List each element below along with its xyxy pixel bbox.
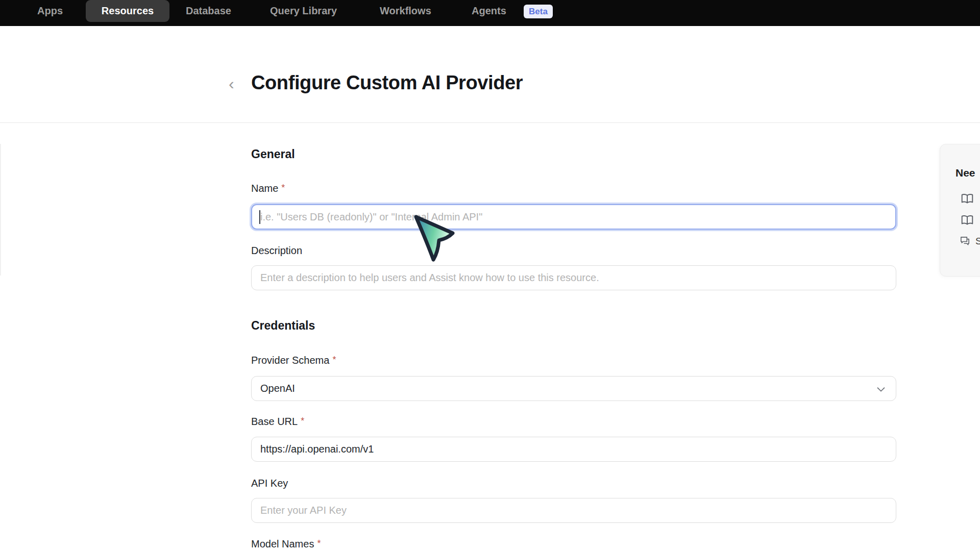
help-panel-heading: Nee [955, 167, 975, 179]
help-panel: Nee S [940, 144, 980, 277]
description-input[interactable] [251, 265, 896, 290]
nav-item-apps[interactable]: Apps [37, 0, 63, 22]
section-title-general: General [251, 147, 295, 161]
base-url-label-text: Base URL [251, 416, 298, 427]
background-panel-edge [0, 144, 1, 276]
top-navigation-bar: Apps Resources Database Query Library Wo… [0, 0, 980, 26]
api-key-input[interactable] [251, 498, 896, 523]
model-names-label: Model Names* [251, 538, 321, 550]
chat-icon [959, 235, 971, 247]
help-link-docs-1[interactable] [961, 192, 978, 206]
header-divider [0, 122, 980, 123]
section-title-credentials: Credentials [251, 319, 315, 333]
api-key-label: API Key [251, 478, 288, 489]
name-required-asterisk: * [281, 183, 285, 193]
nav-item-workflows[interactable]: Workflows [380, 0, 431, 22]
base-url-input[interactable] [251, 437, 896, 462]
provider-schema-select[interactable]: OpenAI [251, 376, 896, 401]
page-title: Configure Custom AI Provider [251, 72, 523, 94]
book-icon [961, 214, 974, 227]
provider-schema-label-text: Provider Schema [251, 355, 329, 366]
nav-item-database[interactable]: Database [186, 0, 231, 22]
description-label: Description [251, 245, 302, 257]
chevron-down-icon [875, 384, 887, 395]
provider-schema-label: Provider Schema* [251, 355, 336, 366]
text-caret [259, 210, 260, 224]
nav-item-agents[interactable]: Agents [472, 0, 506, 22]
model-names-required-asterisk: * [317, 538, 321, 548]
model-names-label-text: Model Names [251, 538, 314, 549]
provider-schema-value: OpenAI [260, 383, 295, 394]
name-input[interactable] [251, 204, 896, 230]
base-url-label: Base URL* [251, 416, 304, 428]
beta-badge: Beta [524, 5, 553, 18]
help-link-docs-2[interactable] [961, 214, 978, 227]
name-label: Name* [251, 183, 285, 194]
nav-item-resources[interactable]: Resources [86, 0, 169, 22]
name-label-text: Name [251, 183, 278, 194]
nav-item-query-library[interactable]: Query Library [270, 0, 337, 22]
provider-schema-required-asterisk: * [332, 355, 336, 365]
book-icon [961, 192, 974, 206]
base-url-required-asterisk: * [301, 416, 304, 426]
help-link-label: S [975, 236, 980, 247]
back-button[interactable]: ‹ [229, 76, 234, 92]
help-link-support[interactable]: S [959, 235, 980, 247]
